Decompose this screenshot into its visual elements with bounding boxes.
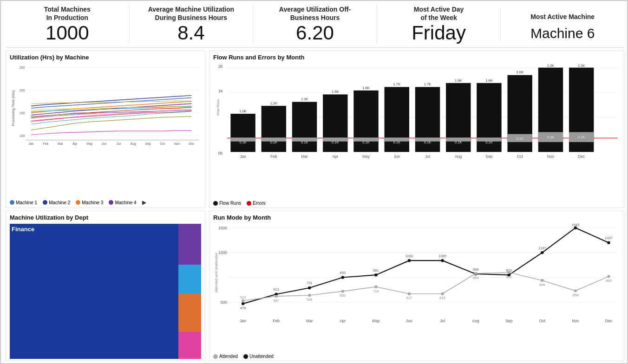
svg-text:Apr: Apr bbox=[340, 318, 346, 323]
svg-text:1.0K: 1.0K bbox=[239, 109, 246, 113]
unattended-dot-jan bbox=[242, 302, 244, 305]
svg-text:1337: 1337 bbox=[605, 236, 613, 240]
legend-machine3: Machine 3 bbox=[76, 200, 103, 205]
svg-text:2K: 2K bbox=[218, 64, 223, 69]
svg-text:0.1K: 0.1K bbox=[517, 136, 523, 141]
svg-text:Apr: Apr bbox=[72, 142, 78, 146]
svg-point-103 bbox=[408, 259, 411, 262]
svg-text:615: 615 bbox=[439, 296, 445, 300]
svg-text:0.1K: 0.1K bbox=[270, 140, 277, 144]
svg-text:Dec: Dec bbox=[578, 154, 585, 159]
svg-text:0.1K: 0.1K bbox=[485, 140, 492, 144]
svg-text:0.2K: 0.2K bbox=[578, 136, 585, 140]
svg-text:1.6K: 1.6K bbox=[362, 86, 369, 90]
svg-text:May: May bbox=[86, 142, 93, 146]
kpi-row: Total MachinesIn Production 1000 Average… bbox=[6, 5, 624, 48]
legend-unattended: Unattended bbox=[243, 354, 274, 359]
svg-text:Aug: Aug bbox=[472, 318, 479, 323]
svg-text:Jul: Jul bbox=[440, 318, 445, 323]
svg-text:Nov: Nov bbox=[547, 154, 555, 159]
legend-attended: Attended bbox=[213, 354, 238, 359]
svg-text:Dec: Dec bbox=[605, 318, 613, 323]
svg-text:1085: 1085 bbox=[438, 254, 446, 258]
legend-machine2: Machine 2 bbox=[43, 200, 70, 205]
legend-dot-machine4 bbox=[109, 200, 113, 205]
legend-label-machine1: Machine 1 bbox=[16, 200, 37, 205]
svg-text:1K: 1K bbox=[218, 89, 223, 93]
svg-text:2.2K: 2.2K bbox=[578, 64, 585, 68]
svg-point-109 bbox=[607, 241, 610, 244]
svg-text:0.1K: 0.1K bbox=[332, 140, 339, 144]
svg-text:881: 881 bbox=[373, 268, 379, 273]
bar-jan bbox=[230, 114, 255, 152]
legend-label-errors: Errors bbox=[253, 201, 265, 206]
attended-dot-jan bbox=[242, 299, 244, 302]
legend-machine1: Machine 1 bbox=[10, 200, 37, 205]
legend-more-icon[interactable]: ▶ bbox=[142, 199, 146, 206]
svg-text:1.3K: 1.3K bbox=[301, 97, 308, 101]
svg-text:0.1K: 0.1K bbox=[393, 140, 400, 144]
svg-text:478: 478 bbox=[240, 306, 246, 310]
treemap-cell-purple bbox=[178, 224, 201, 264]
svg-text:Mar: Mar bbox=[306, 318, 313, 323]
flow-chart-title: Flow Runs and Errors by Month bbox=[213, 54, 620, 61]
dept-chart-panel: Machine Utilization by Dept Finance bbox=[6, 211, 205, 361]
svg-text:850: 850 bbox=[340, 271, 346, 275]
svg-text:863: 863 bbox=[606, 279, 611, 283]
svg-text:Aug: Aug bbox=[455, 154, 462, 159]
treemap-cell-orange bbox=[178, 294, 201, 332]
flow-chart-panel: Flow Runs and Errors by Month 2K 1K 0K F… bbox=[209, 51, 624, 208]
legend-label-attended: Attended bbox=[219, 354, 238, 359]
kpi-avg-off-util: Average Utilization Off-Business Hours 6… bbox=[253, 5, 377, 44]
svg-point-110 bbox=[275, 295, 277, 298]
svg-text:Sep: Sep bbox=[505, 318, 512, 323]
svg-text:Oct: Oct bbox=[517, 154, 523, 159]
svg-text:0.1K: 0.1K bbox=[301, 140, 308, 144]
svg-point-101 bbox=[341, 276, 344, 279]
svg-point-102 bbox=[374, 273, 377, 276]
run-mode-chart-panel: Run Mode by Month 1500 1000 500 Attended… bbox=[209, 211, 624, 361]
svg-text:Sep: Sep bbox=[145, 142, 150, 146]
kpi-most-active-day-value: Friday bbox=[382, 22, 496, 44]
dept-treemap: Finance bbox=[10, 224, 201, 359]
treemap-cell-finance: Finance bbox=[10, 224, 178, 359]
svg-text:650: 650 bbox=[340, 293, 346, 298]
run-mode-chart-area: 1500 1000 500 Attended and Unattended bbox=[213, 223, 620, 352]
kpi-most-active-day: Most Active Dayof the Week Friday bbox=[377, 5, 501, 44]
legend-dot-errors bbox=[247, 201, 251, 206]
legend-errors: Errors bbox=[247, 201, 265, 206]
legend-label-machine4: Machine 4 bbox=[115, 200, 136, 205]
svg-text:587: 587 bbox=[273, 299, 279, 303]
svg-text:Sep: Sep bbox=[485, 154, 492, 159]
kpi-most-active-machine-title: Most Active Machine bbox=[505, 8, 620, 26]
svg-point-119 bbox=[574, 289, 577, 292]
flow-chart-legend: Flow Runs Errors bbox=[213, 201, 620, 206]
kpi-avg-biz-util-value: 8.4 bbox=[134, 22, 249, 44]
svg-text:250: 250 bbox=[20, 66, 25, 69]
svg-point-113 bbox=[374, 286, 377, 288]
attended-line bbox=[243, 273, 608, 301]
svg-text:500: 500 bbox=[221, 300, 227, 305]
dashboard: Total MachinesIn Production 1000 Average… bbox=[1, 1, 628, 364]
svg-text:Apr: Apr bbox=[332, 154, 338, 159]
svg-text:0.1K: 0.1K bbox=[362, 140, 369, 144]
svg-text:Jul: Jul bbox=[117, 142, 121, 145]
svg-point-100 bbox=[308, 286, 311, 289]
util-chart-area: Processing Time (Hrs) 250 200 150 100 Ja… bbox=[10, 63, 201, 198]
kpi-most-active-machine-value: Machine 6 bbox=[505, 26, 620, 41]
bar-feb bbox=[262, 106, 286, 152]
svg-text:719: 719 bbox=[373, 289, 379, 293]
svg-text:1.7K: 1.7K bbox=[424, 82, 431, 86]
svg-text:896: 896 bbox=[473, 267, 478, 272]
svg-text:617: 617 bbox=[406, 296, 412, 300]
kpi-avg-off-util-value: 6.20 bbox=[258, 22, 372, 44]
svg-point-111 bbox=[308, 294, 311, 297]
svg-text:1.5K: 1.5K bbox=[332, 90, 339, 94]
flow-chart-area: 2K 1K 0K Flow Runs bbox=[213, 63, 620, 199]
svg-text:Feb: Feb bbox=[270, 154, 277, 159]
svg-text:150: 150 bbox=[20, 111, 25, 115]
svg-text:Nov: Nov bbox=[572, 318, 579, 323]
svg-text:1.8K: 1.8K bbox=[485, 78, 492, 83]
flow-chart-svg: 2K 1K 0K Flow Runs bbox=[213, 63, 620, 162]
svg-text:Dec: Dec bbox=[189, 142, 195, 145]
